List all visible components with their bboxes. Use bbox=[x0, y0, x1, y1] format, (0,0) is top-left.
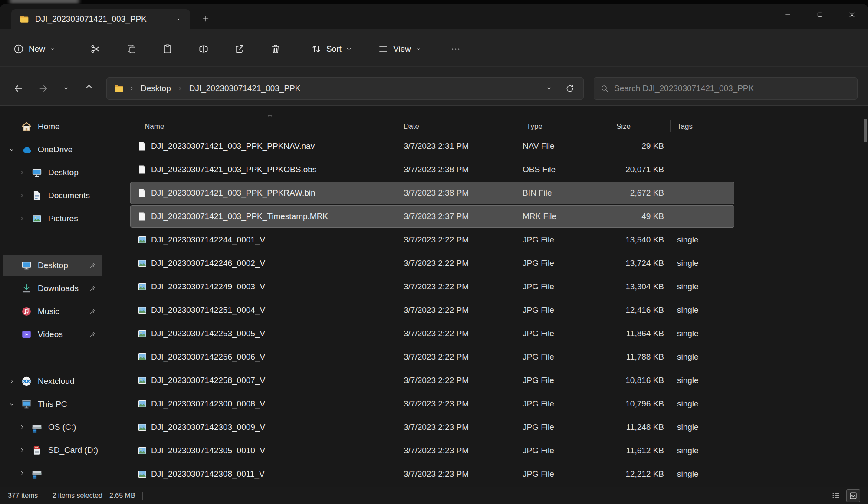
scrollbar-thumb[interactable] bbox=[864, 119, 867, 142]
file-icon bbox=[137, 141, 148, 152]
paste-button[interactable] bbox=[155, 37, 180, 61]
file-row[interactable]: DJI_20230307142253_0005_V3/7/2023 2:22 P… bbox=[105, 322, 868, 345]
forward-button[interactable] bbox=[34, 79, 53, 98]
chevron-right-icon[interactable] bbox=[19, 170, 25, 176]
column-header-tags[interactable]: Tags bbox=[677, 122, 693, 131]
refresh-button[interactable] bbox=[565, 84, 575, 93]
file-row[interactable]: DJI_20230307142305_0010_V3/7/2023 2:23 P… bbox=[105, 439, 868, 462]
file-type: JPG File bbox=[523, 305, 554, 315]
sidebar-item-pictures[interactable]: Pictures bbox=[3, 208, 102, 229]
explorer-tab[interactable]: DJI_202303071421_003_PPK bbox=[11, 9, 190, 29]
file-date: 3/7/2023 2:22 PM bbox=[404, 259, 469, 268]
sidebar-item-this-pc[interactable]: This PC bbox=[3, 393, 102, 415]
details-view-button[interactable] bbox=[829, 489, 843, 502]
chevron-down-icon[interactable] bbox=[9, 147, 15, 153]
file-name: DJI_20230307142258_0007_V bbox=[151, 376, 265, 385]
copy-button[interactable] bbox=[119, 37, 144, 61]
file-row[interactable]: DJI_20230307142249_0003_V3/7/2023 2:22 P… bbox=[105, 275, 868, 298]
file-row[interactable]: DJI_20230307142244_0001_V3/7/2023 2:22 P… bbox=[105, 228, 868, 252]
file-row[interactable]: DJI_202303071421_003_PPK_Timestamp.MRK3/… bbox=[105, 205, 868, 228]
sort-button[interactable]: Sort bbox=[306, 39, 357, 59]
image-file-icon bbox=[137, 375, 148, 386]
sidebar-item-clipped[interactable] bbox=[3, 462, 102, 484]
file-row[interactable]: DJI_202303071421_003_PPK_PPKRAW.bin3/7/2… bbox=[105, 181, 868, 205]
maximize-button[interactable] bbox=[804, 4, 836, 25]
file-date: 3/7/2023 2:23 PM bbox=[404, 422, 469, 432]
sidebar-item-os-c[interactable]: OS (C:) bbox=[3, 416, 102, 438]
file-row[interactable]: DJI_20230307142256_0006_V3/7/2023 2:22 P… bbox=[105, 345, 868, 369]
file-row[interactable]: DJI_202303071421_003_PPK_PPKOBS.obs3/7/2… bbox=[105, 158, 868, 181]
share-icon bbox=[234, 43, 245, 55]
chevron-right-icon[interactable] bbox=[19, 216, 25, 222]
view-button[interactable]: View bbox=[372, 39, 427, 59]
sidebar-item-desktop[interactable]: Desktop bbox=[3, 162, 102, 183]
image-file-icon bbox=[137, 234, 148, 245]
sidebar-item-videos[interactable]: Videos bbox=[3, 324, 102, 345]
rename-button[interactable] bbox=[191, 37, 216, 61]
sidebar-item-onedrive[interactable]: OneDrive bbox=[3, 139, 102, 160]
breadcrumb-item[interactable]: DJI_202303071421_003_PPK bbox=[187, 82, 303, 95]
delete-button[interactable] bbox=[263, 37, 288, 61]
back-button[interactable] bbox=[9, 79, 28, 98]
file-size: 2,672 KB bbox=[582, 188, 664, 198]
chevron-right-icon[interactable] bbox=[19, 193, 25, 199]
sidebar-item-label: Nextcloud bbox=[38, 376, 75, 386]
chevron-right-icon[interactable] bbox=[19, 424, 25, 430]
sidebar-item-home[interactable]: Home bbox=[3, 116, 102, 137]
breadcrumb-item[interactable]: Desktop bbox=[138, 82, 174, 95]
folder-icon bbox=[19, 14, 30, 24]
sidebar-item-label: OneDrive bbox=[38, 145, 72, 154]
large-icons-view-button[interactable] bbox=[846, 489, 860, 502]
file-row[interactable]: DJI_202303071421_003_PPK_PPKNAV.nav3/7/2… bbox=[105, 134, 868, 158]
file-icon bbox=[137, 211, 148, 222]
column-header-type[interactable]: Type bbox=[526, 122, 542, 131]
sidebar-item-label: Pictures bbox=[48, 214, 78, 223]
cut-button[interactable] bbox=[83, 37, 108, 61]
sidebar-item-nextcloud[interactable]: Nextcloud bbox=[3, 370, 102, 392]
file-row[interactable]: DJI_20230307142258_0007_V3/7/2023 2:22 P… bbox=[105, 369, 868, 392]
file-row[interactable]: DJI_20230307142251_0004_V3/7/2023 2:22 P… bbox=[105, 298, 868, 322]
column-header-name[interactable]: Name bbox=[145, 122, 164, 131]
sort-ascending-icon bbox=[266, 112, 273, 119]
file-size: 12,416 KB bbox=[582, 305, 664, 315]
column-divider bbox=[395, 120, 395, 132]
chevron-right-icon[interactable] bbox=[19, 470, 25, 476]
recent-locations-button[interactable] bbox=[56, 79, 76, 98]
new-button[interactable]: New bbox=[12, 39, 56, 59]
sidebar-item-desktop[interactable]: Desktop bbox=[3, 255, 102, 276]
more-options-button[interactable] bbox=[444, 37, 468, 61]
chevron-down-icon[interactable] bbox=[9, 401, 15, 407]
expander bbox=[9, 147, 20, 153]
tab-close-button[interactable] bbox=[172, 13, 185, 26]
address-dropdown-icon[interactable] bbox=[546, 85, 552, 92]
window-controls bbox=[772, 4, 868, 25]
image-file-icon bbox=[137, 328, 148, 339]
file-row[interactable]: DJI_20230307142300_0008_V3/7/2023 2:23 P… bbox=[105, 392, 868, 416]
chevron-right-icon[interactable] bbox=[9, 378, 15, 384]
column-header-date[interactable]: Date bbox=[404, 122, 419, 131]
sidebar-item-sd-card-d[interactable]: SDSD_Card (D:) bbox=[3, 439, 102, 461]
file-tags: single bbox=[677, 282, 699, 291]
file-row[interactable]: DJI_20230307142246_0002_V3/7/2023 2:22 P… bbox=[105, 252, 868, 275]
more-icon bbox=[450, 43, 461, 55]
column-header-size[interactable]: Size bbox=[616, 122, 631, 131]
up-button[interactable] bbox=[79, 79, 99, 98]
address-bar[interactable]: DesktopDJI_202303071421_003_PPK bbox=[106, 77, 584, 100]
minimize-button[interactable] bbox=[772, 4, 804, 25]
file-date: 3/7/2023 2:38 PM bbox=[404, 165, 469, 174]
file-row[interactable]: DJI_20230307142303_0009_V3/7/2023 2:23 P… bbox=[105, 416, 868, 439]
file-row[interactable]: DJI_20230307142308_0011_V3/7/2023 2:23 P… bbox=[105, 462, 868, 486]
new-tab-button[interactable] bbox=[199, 12, 213, 26]
share-button[interactable] bbox=[227, 37, 252, 61]
sidebar-item-music[interactable]: Music bbox=[3, 301, 102, 322]
file-date: 3/7/2023 2:37 PM bbox=[404, 212, 469, 221]
navigation-pane: HomeOneDriveDesktopDocumentsPicturesDesk… bbox=[0, 106, 105, 487]
sidebar-item-documents[interactable]: Documents bbox=[3, 185, 102, 206]
expander bbox=[19, 170, 30, 176]
search-input[interactable] bbox=[614, 84, 851, 93]
sidebar-item-downloads[interactable]: Downloads bbox=[3, 278, 102, 299]
file-type: JPG File bbox=[523, 235, 554, 245]
close-button[interactable] bbox=[836, 4, 868, 25]
chevron-right-icon[interactable] bbox=[19, 447, 25, 453]
column-divider bbox=[607, 120, 607, 132]
